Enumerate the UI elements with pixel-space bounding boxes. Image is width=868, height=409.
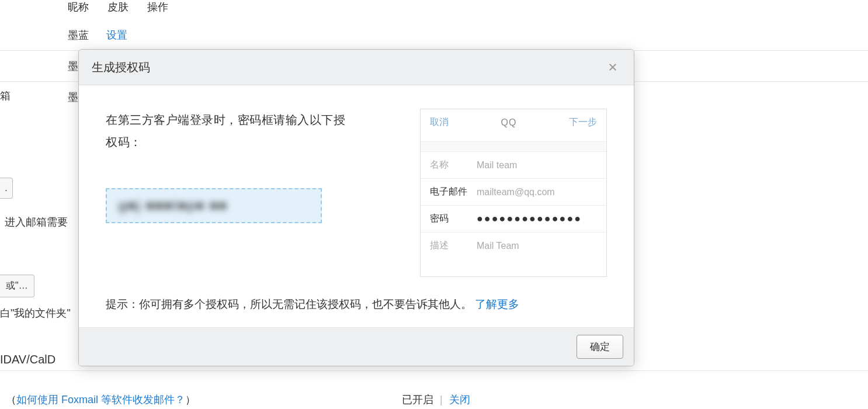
- phone-next-button: 下一步: [569, 116, 597, 129]
- auth-code-value: g■j ■■■t■p■ ■■: [119, 198, 228, 213]
- ok-button[interactable]: 确定: [577, 335, 623, 359]
- bg-status: 已开启 | 关闭: [402, 393, 470, 407]
- auth-code-modal: 生成授权码 在第三方客户端登录时，密码框请输入以下授权码： g■j ■■■t■p…: [78, 49, 634, 366]
- modal-header: 生成授权码: [79, 50, 634, 85]
- phone-desc-label: 描述: [430, 240, 477, 252]
- bg-foxmail-prefix: （: [6, 394, 16, 405]
- bg-myfolder-text: 白"我的文件夹": [0, 306, 71, 320]
- bg-header-skin: 皮肤: [107, 0, 129, 14]
- bg-row1-settings-link[interactable]: 设置: [106, 28, 127, 42]
- bg-foxmail-suffix: ）: [185, 394, 196, 405]
- phone-name-value: Mail team: [477, 160, 597, 171]
- bg-status-divider: |: [440, 394, 443, 405]
- phone-spacer: [421, 141, 606, 152]
- modal-title: 生成授权码: [92, 60, 150, 75]
- bg-foxmail-help: （如何使用 Foxmail 等软件收发邮件？）: [6, 393, 196, 407]
- phone-row-password: 密码 ●●●●●●●●●●●●●●: [421, 206, 606, 233]
- auth-code-box[interactable]: g■j ■■■t■p■ ■■: [106, 188, 322, 223]
- bg-row-1: 墨蓝 设置: [0, 20, 868, 51]
- instruction-text: 在第三方客户端登录时，密码框请输入以下授权码：: [106, 109, 351, 153]
- phone-row-name: 名称 Mail team: [421, 152, 606, 179]
- bg-row1-skin: 墨蓝: [68, 28, 89, 42]
- tip-text: 提示：你可拥有多个授权码，所以无需记住该授权码，也不要告诉其他人。: [106, 298, 472, 310]
- bg-truncated-button-1[interactable]: .: [0, 178, 13, 199]
- bg-row3-prefix: 墨: [68, 90, 78, 104]
- phone-email-label: 电子邮件: [430, 186, 477, 198]
- phone-row-description: 描述 Mail Team: [421, 233, 606, 259]
- tip-row: 提示：你可拥有多个授权码，所以无需记住该授权码，也不要告诉其他人。 了解更多: [79, 297, 634, 327]
- bg-dav-text: IDAV/CalD: [0, 353, 55, 366]
- phone-title: QQ: [501, 117, 517, 128]
- example-phone-panel: 取消 QQ 下一步 名称 Mail team 电子邮件 mailteam@qq.…: [420, 109, 607, 277]
- bg-header-action: 操作: [147, 0, 168, 14]
- modal-body: 在第三方客户端登录时，密码框请输入以下授权码： g■j ■■■t■p■ ■■ 取…: [79, 85, 634, 297]
- bg-divider: [0, 370, 868, 371]
- modal-footer: 确定: [79, 327, 634, 366]
- learn-more-link[interactable]: 了解更多: [475, 298, 519, 310]
- bg-truncated-button-2[interactable]: 或"…: [0, 275, 34, 297]
- bg-trunc-box: 箱: [0, 89, 11, 103]
- phone-email-value: mailteam@qq.com: [477, 187, 597, 197]
- phone-password-value: ●●●●●●●●●●●●●●: [477, 213, 597, 225]
- phone-password-label: 密码: [430, 213, 477, 225]
- phone-row-email: 电子邮件 mailteam@qq.com: [421, 179, 606, 206]
- phone-cancel-button: 取消: [430, 116, 449, 129]
- bg-foxmail-link[interactable]: 如何使用 Foxmail 等软件收发邮件？: [16, 394, 185, 405]
- bg-status-enabled: 已开启: [402, 394, 433, 405]
- phone-header: 取消 QQ 下一步: [421, 109, 606, 136]
- close-icon[interactable]: [605, 59, 621, 75]
- bg-header-nickname: 昵称: [68, 0, 89, 14]
- bg-status-close-link[interactable]: 关闭: [449, 394, 470, 405]
- bg-row2-prefix: 墨: [68, 59, 78, 73]
- bg-table-header: 昵称 皮肤 操作: [0, 0, 868, 20]
- phone-desc-value: Mail Team: [477, 241, 597, 251]
- phone-form: 名称 Mail team 电子邮件 mailteam@qq.com 密码 ●●●…: [421, 136, 606, 276]
- phone-name-label: 名称: [430, 159, 477, 171]
- modal-left-column: 在第三方客户端登录时，密码框请输入以下授权码： g■j ■■■t■p■ ■■: [106, 109, 397, 223]
- bg-enter-mailbox-text: 进入邮箱需要: [5, 215, 68, 229]
